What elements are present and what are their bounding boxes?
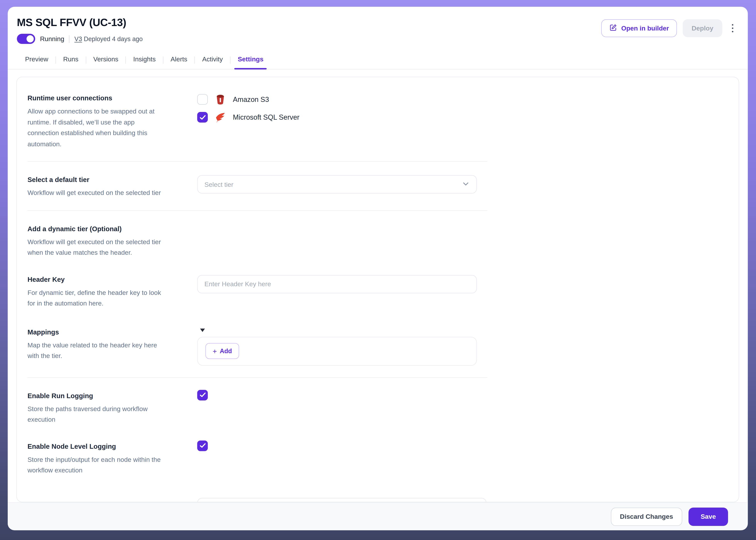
- section-title: Select a default tier: [28, 175, 197, 184]
- section-description: Store the paths traversed during workflo…: [28, 404, 162, 425]
- amazon-s3-checkbox[interactable]: [197, 94, 208, 105]
- tab-alerts[interactable]: Alerts: [163, 51, 194, 69]
- run-logging-checkbox[interactable]: [197, 390, 208, 400]
- settings-panel: Runtime user connections Allow app conne…: [16, 77, 739, 502]
- tab-versions[interactable]: Versions: [86, 51, 125, 69]
- sql-server-checkbox[interactable]: [197, 112, 208, 123]
- section-title: Enable Node Level Logging: [28, 442, 197, 451]
- footer-bar: Discard Changes Save: [8, 502, 748, 530]
- add-label: Add: [220, 347, 232, 355]
- version-link[interactable]: V3: [74, 35, 82, 43]
- save-button[interactable]: Save: [689, 507, 728, 526]
- clipped-next-field[interactable]: [197, 498, 486, 502]
- page-title: MS SQL FFVV (UC-13): [17, 16, 143, 29]
- tab-runs[interactable]: Runs: [56, 51, 86, 69]
- connection-row-amazon-s3: Amazon S3: [197, 94, 477, 105]
- section-title: Enable Run Logging: [28, 391, 197, 400]
- page-header: MS SQL FFVV (UC-13) Running V3 Deployed …: [8, 7, 748, 44]
- deployed-label: Deployed 4 days ago: [84, 35, 143, 43]
- header-key-input[interactable]: [197, 275, 477, 293]
- deploy-button[interactable]: Deploy: [683, 19, 722, 37]
- mappings-container: + Add: [197, 337, 477, 365]
- section-runtime-connections: Runtime user connections Allow app conne…: [28, 94, 477, 150]
- divider: [69, 35, 70, 43]
- section-divider: [28, 210, 487, 211]
- header-left: MS SQL FFVV (UC-13) Running V3 Deployed …: [17, 16, 143, 44]
- section-default-tier: Select a default tier Workflow will get …: [28, 175, 477, 199]
- status-row: Running V3 Deployed 4 days ago: [17, 34, 143, 44]
- deploy-info: V3 Deployed 4 days ago: [74, 35, 143, 43]
- section-run-logging: Enable Run Logging Store the paths trave…: [28, 391, 477, 425]
- section-divider: [28, 377, 487, 378]
- section-mappings: Mappings Map the value related to the he…: [28, 327, 477, 365]
- plus-icon: +: [213, 347, 217, 355]
- running-toggle[interactable]: [17, 34, 35, 44]
- section-description: Allow app connections to be swapped out …: [28, 106, 162, 150]
- section-title: Header Key: [28, 275, 197, 284]
- section-divider: [28, 161, 487, 162]
- edit-pencil-icon: [610, 24, 617, 33]
- section-description: Workflow will get executed on the select…: [28, 237, 162, 258]
- status-label: Running: [40, 35, 64, 43]
- collapse-triangle-icon[interactable]: [200, 328, 205, 332]
- section-title: Mappings: [28, 327, 197, 336]
- open-in-builder-button[interactable]: Open in builder: [601, 19, 677, 37]
- section-header-key: Header Key For dynamic tier, define the …: [28, 275, 477, 309]
- amazon-s3-icon: [215, 94, 226, 105]
- header-actions: Open in builder Deploy: [601, 19, 736, 37]
- app-background: MS SQL FFVV (UC-13) Running V3 Deployed …: [0, 0, 756, 540]
- automation-settings-card: MS SQL FFVV (UC-13) Running V3 Deployed …: [8, 7, 748, 530]
- chevron-down-icon: [462, 180, 470, 189]
- connection-label: Amazon S3: [233, 95, 269, 103]
- tab-preview[interactable]: Preview: [18, 51, 55, 69]
- section-title: Runtime user connections: [28, 94, 197, 102]
- connection-row-sql-server: Microsoft SQL Server: [197, 111, 477, 123]
- more-options-kebab-icon[interactable]: [729, 20, 736, 36]
- discard-changes-button[interactable]: Discard Changes: [611, 507, 682, 526]
- section-dynamic-tier: Add a dynamic tier (Optional) Workflow w…: [28, 224, 477, 258]
- node-logging-checkbox[interactable]: [197, 440, 208, 451]
- tab-insights[interactable]: Insights: [126, 51, 163, 69]
- connection-label: Microsoft SQL Server: [233, 113, 299, 121]
- section-title: Add a dynamic tier (Optional): [28, 224, 197, 233]
- section-description: Store the input/output for each node wit…: [28, 454, 162, 476]
- open-in-builder-label: Open in builder: [621, 25, 669, 32]
- section-description: Map the value related to the header key …: [28, 340, 162, 362]
- tab-activity[interactable]: Activity: [195, 51, 230, 69]
- add-mapping-button[interactable]: + Add: [205, 343, 239, 359]
- tab-settings[interactable]: Settings: [231, 51, 270, 69]
- select-placeholder: Select tier: [204, 181, 233, 188]
- sql-server-icon: [215, 111, 226, 123]
- section-description: For dynamic tier, define the header key …: [28, 287, 162, 309]
- tabs-bar: Preview Runs Versions Insights Alerts Ac…: [8, 51, 748, 70]
- section-node-logging: Enable Node Level Logging Store the inpu…: [28, 442, 477, 476]
- default-tier-select[interactable]: Select tier: [197, 175, 477, 194]
- toggle-knob: [27, 35, 34, 43]
- section-description: Workflow will get executed on the select…: [28, 188, 162, 199]
